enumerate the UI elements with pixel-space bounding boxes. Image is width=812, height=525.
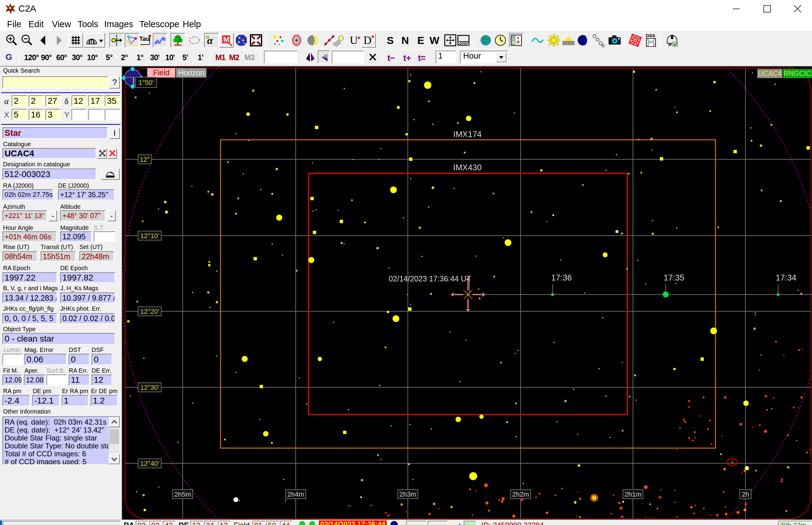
svg-text:W: W xyxy=(430,34,439,46)
svg-text:D: D xyxy=(364,34,372,46)
svg-text:12°30': 12°30' xyxy=(140,384,159,391)
svg-text:17:35: 17:35 xyxy=(664,273,684,282)
svg-text:UCAC4: UCAC4 xyxy=(758,70,782,77)
svg-text:S: S xyxy=(387,34,394,46)
svg-text:2h4m: 2h4m xyxy=(287,491,304,498)
svg-text:N: N xyxy=(402,34,409,46)
svg-text:M: M xyxy=(223,35,229,44)
svg-text:12°40': 12°40' xyxy=(140,460,159,467)
svg-text:E: E xyxy=(417,34,424,46)
svg-text:Tau: Tau xyxy=(139,35,150,42)
svg-text:Horizon: Horizon xyxy=(178,69,204,77)
svg-text:12°: 12° xyxy=(140,156,150,163)
svg-text:IMX174: IMX174 xyxy=(453,130,481,139)
svg-text:RNGCIC: RNGCIC xyxy=(784,70,811,77)
svg-text:12°10': 12°10' xyxy=(140,232,159,240)
svg-text:02/14/2023 17:36:44 UT: 02/14/2023 17:36:44 UT xyxy=(389,274,471,283)
svg-text:2h: 2h xyxy=(742,491,749,498)
svg-text:2h2m: 2h2m xyxy=(512,491,529,498)
svg-text:2h1m: 2h1m xyxy=(624,491,641,498)
svg-text:17:36: 17:36 xyxy=(551,273,572,282)
svg-text:2h5m: 2h5m xyxy=(174,491,191,498)
svg-text:1°50': 1°50' xyxy=(139,79,154,86)
svg-text:DSS: DSS xyxy=(646,33,655,38)
svg-text:Field: Field xyxy=(153,69,170,77)
svg-text:2h3m: 2h3m xyxy=(399,491,416,498)
svg-text:U: U xyxy=(350,34,358,46)
svg-text:IMX430: IMX430 xyxy=(453,163,481,172)
svg-text:12°20': 12°20' xyxy=(140,308,159,315)
svg-text:17:34: 17:34 xyxy=(775,273,796,282)
